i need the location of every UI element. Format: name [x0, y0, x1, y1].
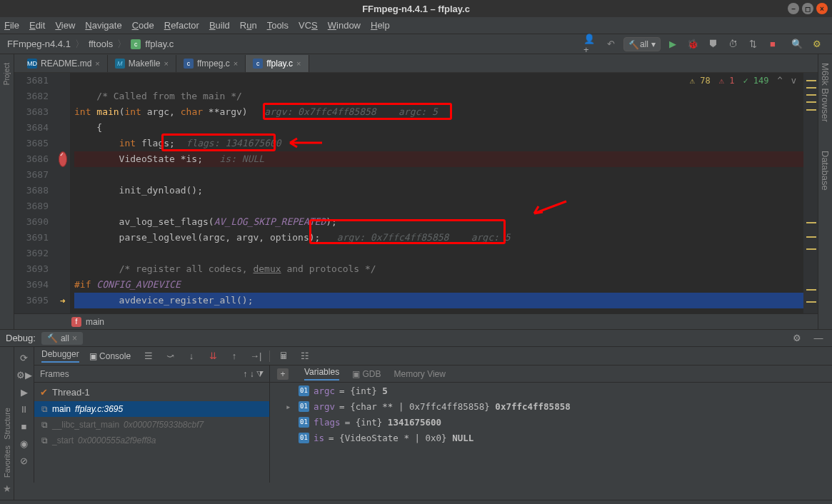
variables-tab[interactable]: Variables [304, 367, 339, 380]
menu-edit[interactable]: Edit [29, 20, 45, 31]
menu-vcs[interactable]: VCS [299, 20, 318, 31]
line-number-gutter: 3681368236833684368536863687368836893690… [14, 73, 56, 313]
variable-row[interactable]: 01 flags = {int} 1341675600 [270, 414, 832, 430]
debug-icon[interactable]: 🐞 [685, 36, 701, 52]
function-icon: f [71, 317, 81, 327]
menu-refactor[interactable]: Refactor [164, 20, 199, 31]
stop-icon[interactable]: ■ [16, 418, 32, 434]
profile-icon[interactable]: ⏱ [725, 36, 741, 52]
add-config-icon[interactable]: 👤+ [583, 36, 599, 52]
run-to-cursor-icon[interactable]: →| [248, 348, 264, 364]
markdown-icon: MD [27, 59, 37, 69]
favorites-tool-button[interactable]: Favorites [3, 445, 11, 478]
chevron-right-icon: 〉 [116, 38, 128, 51]
stop-icon[interactable]: ■ [765, 36, 781, 52]
ok-badge[interactable]: ✓ 149 [743, 76, 768, 86]
code-editor[interactable]: ⚠ 78 ⚠ 1 ✓ 149 ^ v 368136823683368436853… [14, 73, 818, 313]
menu-navigate[interactable]: Navigate [85, 20, 121, 31]
step-over-icon[interactable]: ⤻ [162, 348, 178, 364]
console-tab[interactable]: ▣ Console [89, 351, 131, 361]
breadcrumb-file[interactable]: ffplay.c [145, 39, 174, 49]
menu-bar: File Edit View Navigate Code Refactor Bu… [0, 17, 832, 34]
settings-icon[interactable]: ⚙ [809, 36, 825, 52]
menu-build[interactable]: Build [209, 20, 230, 31]
frame-row[interactable]: ⧉__libc_start_main 0x00007f5933b8cbf7 [34, 417, 269, 433]
debug-tabs: Debugger ▣ Console ☰ ⤻ ↓ ⇊ ↑ →| 🖩 ☷ [34, 347, 832, 366]
hammer-icon: 🔨 [628, 40, 637, 49]
search-icon[interactable]: 🔍 [789, 36, 805, 52]
step-out-icon[interactable]: ↑ [226, 348, 242, 364]
add-watch-icon[interactable]: + [277, 368, 289, 380]
m68k-tool-button[interactable]: M68k Browser [820, 63, 831, 122]
debug-settings-icon[interactable]: ⚙ [789, 331, 805, 346]
close-icon[interactable]: × [234, 59, 238, 68]
menu-view[interactable]: View [55, 20, 75, 31]
frame-row[interactable]: ⧉_start 0x0000555a2f9eff8a [34, 433, 269, 448]
back-icon[interactable]: ↶ [603, 36, 619, 52]
database-tool-button[interactable]: Database [820, 151, 831, 191]
run-config-selector[interactable]: 🔨 all ▾ [623, 37, 661, 51]
menu-run[interactable]: Run [240, 20, 257, 31]
step-into-icon[interactable]: ↓ [184, 348, 199, 364]
rerun-icon[interactable]: ⟳ [16, 350, 32, 366]
prev-frame-icon[interactable]: ↑ [243, 369, 247, 379]
titlebar: FFmpeg-n4.4.1 – ffplay.c – ◻ × [0, 0, 832, 17]
debugger-tab[interactable]: Debugger [41, 349, 79, 363]
tab-ffmpeg[interactable]: cffmpeg.c× [176, 55, 246, 72]
debug-config-tab[interactable]: 🔨 all × [41, 332, 83, 345]
breadcrumb-folder[interactable]: fftools [89, 39, 113, 49]
variable-row[interactable]: 01 argc = {int} 5 [270, 383, 832, 398]
tab-makefile[interactable]: MMakefile× [108, 55, 176, 72]
run-icon[interactable]: ▶ [665, 36, 681, 52]
view-breakpoints-icon[interactable]: ◉ [16, 435, 32, 451]
gdb-tab[interactable]: ▣ GDB [352, 369, 381, 379]
evaluate-icon[interactable]: 🖩 [276, 348, 291, 364]
warning-badge[interactable]: ⚠ 78 [690, 76, 711, 86]
structure-tool-button[interactable]: Structure [3, 408, 11, 440]
close-button[interactable]: × [816, 3, 828, 14]
breakpoint-icon[interactable] [59, 151, 67, 167]
thread-selector[interactable]: ✔Thread-1 [34, 383, 269, 401]
trace-icon[interactable]: ☷ [297, 348, 313, 364]
next-frame-icon[interactable]: ↓ [250, 369, 254, 379]
breadcrumb-project[interactable]: FFmpeg-n4.4.1 [7, 39, 71, 49]
menu-help[interactable]: Help [371, 20, 390, 31]
force-step-into-icon[interactable]: ⇊ [205, 348, 221, 364]
scroll-down-icon[interactable]: v [791, 76, 796, 86]
menu-window[interactable]: Window [328, 20, 361, 31]
close-icon[interactable]: × [164, 59, 168, 68]
error-badge[interactable]: ⚠ 1 [719, 76, 735, 86]
mute-breakpoints-icon[interactable]: ⊘ [16, 453, 32, 468]
frame-row[interactable]: ⧉main ffplay.c:3695 [34, 401, 269, 417]
menu-tools[interactable]: Tools [267, 20, 289, 31]
resume-icon[interactable]: ▶ [16, 384, 32, 400]
tab-readme[interactable]: MDREADME.md× [20, 55, 108, 72]
pause-icon[interactable]: ⏸ [16, 401, 32, 417]
menu-file[interactable]: File [4, 20, 19, 31]
hide-icon[interactable]: — [811, 331, 826, 346]
coverage-icon[interactable]: ⛊ [705, 36, 721, 52]
variable-row[interactable]: ▸01 argv = {char ** | 0x7ffc4ff85858} 0x… [270, 398, 832, 414]
filter-frames-icon[interactable]: ⧩ [256, 369, 264, 379]
error-stripe[interactable] [803, 73, 818, 313]
tab-ffplay[interactable]: cffplay.c× [246, 55, 309, 72]
close-icon[interactable]: × [72, 333, 77, 343]
menu-code[interactable]: Code [132, 20, 154, 31]
debug-side-toolbar: ⟳ ⚙▶ ▶ ⏸ ■ ◉ ⊘ [14, 347, 34, 483]
function-name[interactable]: main [86, 317, 104, 327]
memory-view-tab[interactable]: Memory View [394, 369, 446, 379]
modify-run-icon[interactable]: ⚙▶ [16, 367, 32, 383]
close-icon[interactable]: × [95, 59, 99, 68]
close-icon[interactable]: × [296, 59, 301, 68]
frames-title: Frames [40, 369, 69, 379]
show-exec-icon[interactable]: ☰ [141, 348, 156, 364]
breakpoint-gutter[interactable]: ➜ [56, 73, 70, 313]
variable-row[interactable]: 01 is = {VideoState * | 0x0} NULL [270, 430, 832, 445]
scroll-up-icon[interactable]: ^ [778, 76, 783, 86]
project-tool-button[interactable]: Project [3, 63, 11, 85]
attach-icon[interactable]: ⇅ [745, 36, 761, 52]
code-content[interactable]: /* Called from the main */int main(int a… [70, 73, 818, 313]
maximize-button[interactable]: ◻ [802, 3, 813, 14]
editor-inspection-status: ⚠ 78 ⚠ 1 ✓ 149 ^ v [690, 76, 796, 86]
minimize-button[interactable]: – [788, 3, 799, 14]
